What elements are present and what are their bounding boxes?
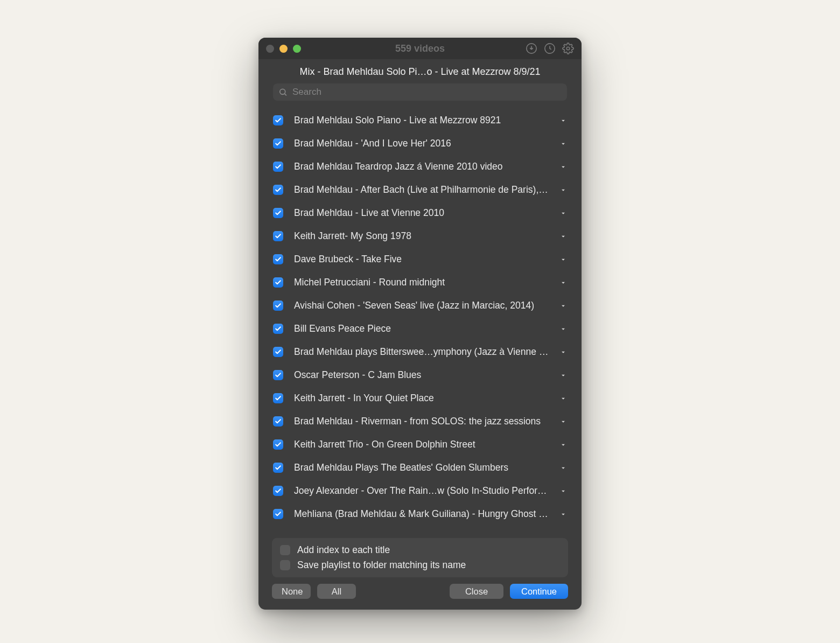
list-item: Keith Jarrett- My Song 1978 bbox=[273, 225, 567, 248]
close-button[interactable]: Close bbox=[450, 584, 503, 599]
list-item: Keith Jarrett - In Your Quiet Place bbox=[273, 387, 567, 410]
window-minimize-button[interactable] bbox=[279, 45, 288, 53]
chevron-down-icon[interactable] bbox=[559, 418, 567, 425]
chevron-down-icon[interactable] bbox=[559, 233, 567, 240]
titlebar: 559 videos bbox=[258, 38, 582, 59]
titlebar-actions bbox=[526, 43, 574, 54]
item-checkbox[interactable] bbox=[273, 254, 283, 264]
item-checkbox[interactable] bbox=[273, 324, 283, 334]
chevron-down-icon[interactable] bbox=[559, 117, 567, 124]
list-item: Oscar Peterson - C Jam Blues bbox=[273, 364, 567, 387]
settings-icon[interactable] bbox=[562, 43, 574, 54]
list-item: Bill Evans Peace Piece bbox=[273, 317, 567, 340]
option-add-index: Add index to each title bbox=[280, 544, 560, 556]
app-window: 559 videos Mix - Brad Mehldau Solo Pi…o … bbox=[258, 38, 582, 610]
traffic-lights bbox=[266, 45, 301, 53]
chevron-down-icon[interactable] bbox=[559, 487, 567, 495]
window-title: 559 videos bbox=[395, 43, 445, 54]
history-icon[interactable] bbox=[544, 43, 556, 54]
search-input[interactable] bbox=[273, 83, 567, 101]
video-list: Brad Mehldau Solo Piano - Live at Mezzro… bbox=[258, 106, 582, 532]
all-button[interactable]: All bbox=[317, 584, 356, 599]
save-folder-label: Save playlist to folder matching its nam… bbox=[297, 560, 466, 571]
list-item: Brad Mehldau Solo Piano - Live at Mezzro… bbox=[273, 109, 567, 132]
option-save-folder: Save playlist to folder matching its nam… bbox=[280, 560, 560, 571]
list-item: Dave Brubeck - Take Five bbox=[273, 248, 567, 271]
item-label: Keith Jarrett Trio - On Green Dolphin St… bbox=[294, 439, 549, 450]
chevron-down-icon[interactable] bbox=[559, 464, 567, 472]
list-item: Keith Jarrett Trio - On Green Dolphin St… bbox=[273, 433, 567, 456]
item-label: Michel Petrucciani - Round midnight bbox=[294, 277, 549, 288]
item-checkbox[interactable] bbox=[273, 486, 283, 496]
window-maximize-button[interactable] bbox=[293, 45, 301, 53]
item-label: Keith Jarrett- My Song 1978 bbox=[294, 230, 549, 242]
item-checkbox[interactable] bbox=[273, 347, 283, 357]
playlist-title: Mix - Brad Mehldau Solo Pi…o - Live at M… bbox=[258, 59, 582, 82]
item-label: Brad Mehldau Solo Piano - Live at Mezzro… bbox=[294, 115, 549, 126]
search-section bbox=[258, 82, 582, 106]
chevron-down-icon[interactable] bbox=[559, 186, 567, 194]
chevron-down-icon[interactable] bbox=[559, 511, 567, 518]
chevron-down-icon[interactable] bbox=[559, 140, 567, 148]
item-checkbox[interactable] bbox=[273, 439, 283, 450]
item-label: Joey Alexander - Over The Rain…w (Solo I… bbox=[294, 485, 549, 497]
list-item: Brad Mehldau - Riverman - from SOLOS: th… bbox=[273, 410, 567, 433]
item-checkbox[interactable] bbox=[273, 277, 283, 288]
list-item: Mehliana (Brad Mehldau & Mark Guiliana) … bbox=[273, 502, 567, 526]
chevron-down-icon[interactable] bbox=[559, 441, 567, 449]
options-panel: Add index to each title Save playlist to… bbox=[272, 538, 568, 577]
chevron-down-icon[interactable] bbox=[559, 209, 567, 217]
item-checkbox[interactable] bbox=[273, 370, 283, 380]
list-item: Brad Mehldau - After Bach (Live at Philh… bbox=[273, 178, 567, 201]
item-label: Brad Mehldau Plays The Beatles' Golden S… bbox=[294, 462, 549, 473]
add-index-checkbox[interactable] bbox=[280, 545, 290, 555]
chevron-down-icon[interactable] bbox=[559, 163, 567, 171]
item-checkbox[interactable] bbox=[273, 509, 283, 519]
item-label: Bill Evans Peace Piece bbox=[294, 323, 549, 334]
chevron-down-icon[interactable] bbox=[559, 302, 567, 310]
list-item: Brad Mehldau - Live at Vienne 2010 bbox=[273, 201, 567, 225]
download-icon[interactable] bbox=[526, 43, 537, 54]
footer: None All Close Continue bbox=[258, 584, 582, 610]
chevron-down-icon[interactable] bbox=[559, 395, 567, 402]
chevron-down-icon[interactable] bbox=[559, 256, 567, 263]
item-checkbox[interactable] bbox=[273, 300, 283, 311]
item-checkbox[interactable] bbox=[273, 393, 283, 403]
list-item: Brad Mehldau - 'And I Love Her' 2016 bbox=[273, 132, 567, 155]
item-checkbox[interactable] bbox=[273, 463, 283, 473]
item-label: Avishai Cohen - 'Seven Seas' live (Jazz … bbox=[294, 300, 549, 311]
item-label: Brad Mehldau Teardrop Jazz á Vienne 2010… bbox=[294, 161, 549, 172]
svg-line-4 bbox=[284, 94, 286, 95]
item-checkbox[interactable] bbox=[273, 138, 283, 149]
item-label: Dave Brubeck - Take Five bbox=[294, 254, 549, 265]
svg-point-2 bbox=[566, 47, 570, 50]
item-checkbox[interactable] bbox=[273, 208, 283, 218]
item-label: Keith Jarrett - In Your Quiet Place bbox=[294, 393, 549, 404]
svg-point-3 bbox=[280, 89, 285, 94]
chevron-down-icon[interactable] bbox=[559, 325, 567, 333]
item-label: Oscar Peterson - C Jam Blues bbox=[294, 369, 549, 381]
item-label: Brad Mehldau plays Bitterswee…ymphony (J… bbox=[294, 346, 549, 358]
item-checkbox[interactable] bbox=[273, 231, 283, 241]
none-button[interactable]: None bbox=[272, 584, 311, 599]
chevron-down-icon[interactable] bbox=[559, 348, 567, 356]
list-item: Joey Alexander - Over The Rain…w (Solo I… bbox=[273, 479, 567, 502]
list-item: Brad Mehldau Plays The Beatles' Golden S… bbox=[273, 456, 567, 479]
chevron-down-icon[interactable] bbox=[559, 372, 567, 379]
save-folder-checkbox[interactable] bbox=[280, 560, 290, 570]
window-close-button[interactable] bbox=[266, 45, 274, 53]
item-checkbox[interactable] bbox=[273, 416, 283, 427]
add-index-label: Add index to each title bbox=[297, 544, 390, 556]
item-label: Mehliana (Brad Mehldau & Mark Guiliana) … bbox=[294, 508, 549, 520]
item-checkbox[interactable] bbox=[273, 162, 283, 172]
list-item: Brad Mehldau Teardrop Jazz á Vienne 2010… bbox=[273, 155, 567, 178]
item-label: Brad Mehldau - Live at Vienne 2010 bbox=[294, 207, 549, 219]
item-checkbox[interactable] bbox=[273, 185, 283, 195]
search-icon bbox=[278, 88, 288, 97]
chevron-down-icon[interactable] bbox=[559, 279, 567, 286]
list-item: Michel Petrucciani - Round midnight bbox=[273, 271, 567, 294]
item-label: Brad Mehldau - Riverman - from SOLOS: th… bbox=[294, 416, 549, 427]
item-label: Brad Mehldau - After Bach (Live at Philh… bbox=[294, 184, 549, 195]
item-checkbox[interactable] bbox=[273, 115, 283, 125]
continue-button[interactable]: Continue bbox=[510, 584, 568, 599]
